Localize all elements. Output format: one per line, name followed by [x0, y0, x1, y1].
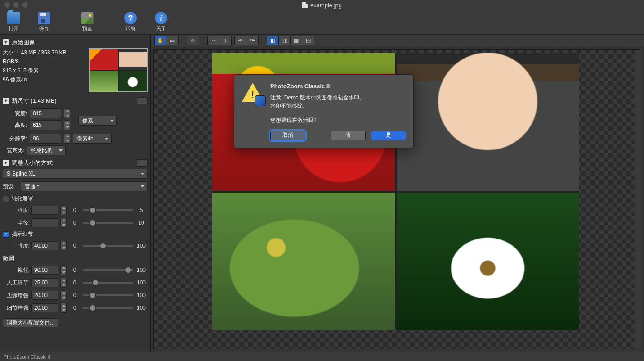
disclosure-icon: ▼: [3, 160, 9, 166]
width-label: 宽度:: [3, 110, 27, 117]
width-stepper[interactable]: [64, 108, 70, 118]
redo-button[interactable]: ↷: [246, 36, 258, 45]
artdet-input[interactable]: [31, 278, 58, 287]
warning-icon: !: [242, 82, 264, 104]
edge-label: 边缘增强:: [3, 292, 30, 299]
cancel-button[interactable]: 取消: [270, 131, 305, 140]
preview-button[interactable]: 预览: [78, 12, 96, 32]
resolution-unit-select[interactable]: 像素/in: [73, 134, 112, 144]
yes-button[interactable]: 是: [371, 131, 406, 140]
original-info: 大小: 1.43 MB / 353.79 KB RGB/8 815 x 615 …: [3, 48, 85, 84]
fit-width[interactable]: ↔: [208, 36, 219, 45]
dialog-question: 您想要现在激活吗?: [270, 116, 406, 124]
help-button[interactable]: ? 帮助: [121, 12, 139, 32]
resolution-input[interactable]: [30, 134, 61, 144]
edge-input[interactable]: [31, 291, 58, 300]
gear-icon[interactable]: ⋯: [137, 159, 148, 167]
sharpen-slider[interactable]: [83, 269, 133, 271]
undo-button[interactable]: ↶: [235, 36, 246, 45]
radius-slider[interactable]: [83, 222, 133, 224]
artdet-stepper[interactable]: [60, 278, 67, 288]
marquee-tool[interactable]: ▭: [166, 36, 178, 45]
strength-stepper[interactable]: [60, 205, 67, 215]
detail-stepper[interactable]: [60, 303, 67, 313]
reveal-strength-label: 强度:: [3, 242, 30, 250]
section-original-title: 原始图像: [12, 38, 35, 46]
artdet-slider[interactable]: [83, 282, 133, 284]
reveal-stepper[interactable]: [60, 241, 67, 251]
strength-label: 强度:: [3, 207, 30, 214]
method-select[interactable]: S-Spline XL: [3, 169, 148, 179]
detail-label: 细节增强:: [3, 304, 30, 312]
aspect-label: 宽高比:: [3, 147, 24, 154]
thumb-quadrant: [119, 49, 147, 70]
filename: example.jpg: [310, 2, 342, 9]
image-icon: [81, 12, 94, 24]
original-resolution: 96 像素/in: [3, 75, 85, 84]
no-button[interactable]: 否: [331, 131, 366, 140]
view-split-h[interactable]: ▤: [302, 36, 314, 45]
window-controls: [0, 2, 28, 8]
view-single[interactable]: ◧: [267, 36, 279, 45]
detail-slider[interactable]: [83, 307, 133, 309]
thumb-quadrant: [90, 49, 118, 70]
edge-slider[interactable]: [83, 294, 133, 296]
height-input[interactable]: [30, 120, 61, 130]
section-resize-header[interactable]: ▼ 调整大小的方式 ⋯: [3, 159, 148, 167]
section-original-header[interactable]: ▼ 原始图像: [3, 38, 148, 46]
radius-input[interactable]: [31, 218, 58, 227]
unsharp-label: 钝化遮罩: [12, 195, 33, 203]
gear-icon[interactable]: ⋯: [137, 97, 148, 104]
detail-input[interactable]: [31, 303, 58, 312]
titlebar: example.jpg: [0, 0, 644, 10]
view-split-v[interactable]: ▥: [291, 36, 302, 45]
about-button[interactable]: i 关于: [152, 12, 170, 32]
image-quadrant: [397, 53, 579, 191]
radius-label: 半径:: [3, 219, 30, 227]
zoom-tool[interactable]: ⊕: [187, 36, 199, 45]
sharpen-label: 锐化:: [3, 266, 30, 274]
zoom-window[interactable]: [22, 2, 28, 8]
width-input[interactable]: [30, 108, 61, 118]
height-label: 高度:: [3, 122, 27, 129]
radius-stepper[interactable]: [60, 218, 67, 228]
vertical-scrollbar[interactable]: [635, 50, 641, 349]
open-button[interactable]: 打开: [4, 12, 22, 32]
reveal-checkbox[interactable]: ✓: [3, 231, 9, 238]
reveal-input[interactable]: [31, 241, 58, 250]
sidebar: ▼ 原始图像 大小: 1.43 MB / 353.79 KB RGB/8 815…: [0, 35, 151, 352]
strength-input[interactable]: [31, 206, 58, 215]
dialog-line2: 水印不能移除。: [270, 102, 406, 110]
artdet-label: 人工细节:: [3, 279, 30, 287]
section-newsize-header[interactable]: ▼ 新尺寸 (1.43 MB) ⋯: [3, 97, 148, 105]
unsharp-checkbox[interactable]: [3, 196, 9, 202]
help-icon: ?: [124, 12, 137, 24]
original-size: 大小: 1.43 MB / 353.79 KB: [3, 48, 85, 57]
dialog-line1: 注意: Demo 版本中的图像将包含水印。: [270, 94, 406, 102]
resolution-label: 分辨率:: [3, 135, 27, 143]
edge-stepper[interactable]: [60, 290, 67, 300]
size-unit-select[interactable]: 像素: [78, 116, 117, 126]
fit-height[interactable]: ↕: [219, 36, 231, 45]
strength-slider[interactable]: [83, 209, 133, 211]
activation-dialog: ! PhotoZoom Classic 8 注意: Demo 版本中的图像将包含…: [234, 74, 414, 148]
sharpen-stepper[interactable]: [60, 265, 67, 275]
sharpen-input[interactable]: [31, 266, 58, 275]
minimize-window[interactable]: [13, 2, 19, 8]
statusbar: PhotoZoom Classic 8: [0, 352, 644, 361]
dialog-title: PhotoZoom Classic 8: [270, 82, 406, 91]
aspect-select[interactable]: 约束比例: [27, 145, 66, 155]
reveal-slider[interactable]: [83, 245, 133, 247]
hand-tool[interactable]: ✋: [155, 36, 166, 45]
close-window[interactable]: [4, 2, 10, 8]
image-quadrant: [397, 193, 579, 330]
resize-profile-button[interactable]: 调整大小配置文件...: [3, 318, 58, 327]
height-stepper[interactable]: [64, 120, 70, 130]
resolution-stepper[interactable]: [64, 134, 70, 144]
disclosure-icon: ▼: [3, 98, 9, 104]
canvas-toolbar: ✋ ▭ ⊕ ↔ ↕ ↶ ↷ ◧ ▯▯ ▥ ▤: [151, 35, 644, 46]
save-button[interactable]: 保存: [35, 12, 53, 32]
preset-select[interactable]: 普通 *: [21, 181, 148, 191]
floppy-disk-icon: [38, 12, 50, 24]
view-split-center[interactable]: ▯▯: [279, 36, 291, 45]
